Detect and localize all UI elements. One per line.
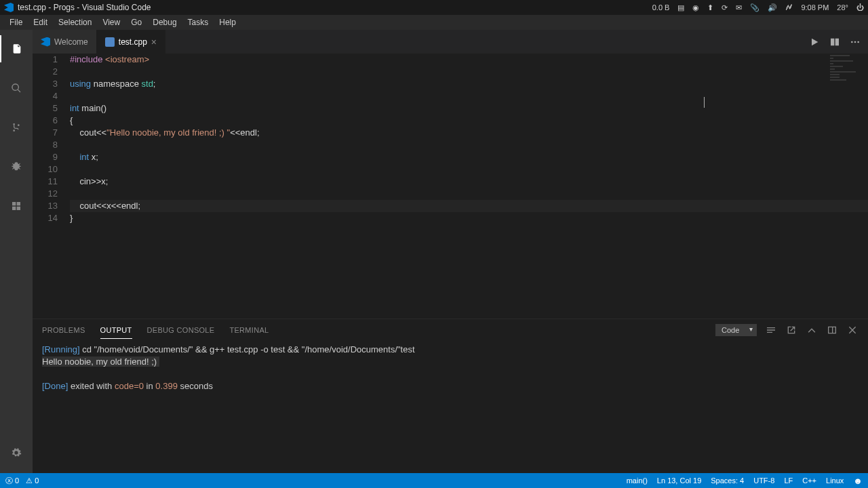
svg-point-1 [854,41,856,43]
status-scope[interactable]: main() [627,476,648,485]
close-icon [847,325,858,336]
status-cursor-pos[interactable]: Ln 13, Col 19 [657,476,701,485]
vscode-icon [4,3,14,12]
list-icon [766,325,776,336]
tab-label: Welcome [54,37,88,47]
menu-edit[interactable]: Edit [28,16,53,28]
code-editor[interactable]: 1234567891011121314 #include <iostream> … [33,54,868,319]
menu-debug[interactable]: Debug [147,16,182,28]
cpp-file-icon [105,37,115,47]
status-errors[interactable]: ⓧ 0 [5,476,19,486]
activity-search[interactable] [0,75,33,102]
tray-icon: ◉ [692,3,699,12]
activity-explorer[interactable] [0,35,33,62]
more-actions-button[interactable] [849,36,861,48]
code-content: #include <iostream> using namespace std;… [70,54,868,319]
menu-tasks[interactable]: Tasks [182,16,214,28]
window-title: test.cpp - Progs - Visual Studio Code [18,3,151,12]
volume-icon: 🔊 [768,3,777,12]
status-warnings[interactable]: ⚠ 0 [26,476,39,485]
svg-point-0 [851,41,853,43]
play-icon [809,37,820,47]
line-gutter: 1234567891011121314 [33,54,70,319]
status-lang[interactable]: C++ [802,476,816,485]
status-encoding[interactable]: UTF-8 [753,476,774,485]
status-os[interactable]: Linux [826,476,844,485]
tab-label: test.cpp [119,37,147,47]
bug-icon [11,161,22,172]
panel-move-button[interactable] [826,324,838,336]
split-icon [829,37,840,47]
chevron-up-icon [806,325,817,336]
bottom-panel: PROBLEMS OUTPUT DEBUG CONSOLE TERMINAL C… [33,319,868,473]
ellipsis-icon [850,37,861,47]
panel-close-button[interactable] [846,324,859,336]
menu-selection[interactable]: Selection [53,16,97,28]
power-icon: ⏻ [856,3,864,12]
output-content[interactable]: [Running] cd "/home/void/Documents/" && … [33,341,868,473]
activity-bar [0,30,33,473]
activity-scm[interactable] [0,114,33,141]
system-titlebar: test.cpp - Progs - Visual Studio Code 0.… [0,0,868,15]
toggle-word-wrap-button[interactable] [765,324,777,336]
menu-bar: File Edit Selection View Go Debug Tasks … [0,15,868,30]
open-panel-button[interactable] [785,324,797,336]
temperature: 28° [837,3,848,12]
net-speed: 0.0 B [652,3,670,12]
status-indent[interactable]: Spaces: 4 [711,476,744,485]
extensions-icon [11,201,22,211]
menu-view[interactable]: View [97,16,125,28]
run-code-button[interactable] [808,36,821,48]
text-cursor [704,97,705,108]
tray-icon: ⬆ [707,3,713,12]
tab-welcome[interactable]: Welcome [33,30,97,54]
svg-point-2 [857,41,859,43]
tray-icon: ✉ [736,3,742,12]
gear-icon [11,447,22,458]
panel-maximize-button[interactable] [806,324,818,336]
clock: 9:08 PM [801,3,829,12]
editor-tabs: Welcome test.cpp × [33,30,868,54]
files-icon [12,43,22,54]
split-editor-button[interactable] [829,36,841,48]
status-eol[interactable]: LF [784,476,793,485]
panel-tab-terminal[interactable]: TERMINAL [229,322,269,338]
tab-file[interactable]: test.cpp × [97,30,165,54]
minimap[interactable] [830,55,863,82]
vscode-icon [41,37,50,47]
battery-icon: 🗲 [785,3,793,12]
menu-go[interactable]: Go [125,16,147,28]
status-bar: ⓧ 0 ⚠ 0 main() Ln 13, Col 19 Spaces: 4 U… [0,473,868,488]
activity-settings[interactable] [0,439,33,466]
activity-extensions[interactable] [0,192,33,220]
feedback-icon[interactable]: ☻ [853,476,863,486]
tray-icon: ⟳ [722,3,728,12]
output-channel-select[interactable]: Code [715,324,757,336]
panel-tab-problems[interactable]: PROBLEMS [42,322,85,338]
layout-icon [827,325,837,336]
branch-icon [11,122,22,133]
panel-tab-output[interactable]: OUTPUT [100,322,132,339]
open-icon [786,325,797,336]
search-icon [11,83,22,94]
system-tray: 0.0 B ▤ ◉ ⬆ ⟳ ✉ 📎 🔊 🗲 9:08 PM 28° ⏻ [652,3,864,12]
panel-tab-debug-console[interactable]: DEBUG CONSOLE [147,322,215,338]
menu-file[interactable]: File [4,16,28,28]
close-icon[interactable]: × [151,37,157,47]
tray-icon: 📎 [750,3,760,12]
activity-debug[interactable] [0,153,33,180]
menu-help[interactable]: Help [214,16,241,28]
tray-icon: ▤ [677,3,684,12]
